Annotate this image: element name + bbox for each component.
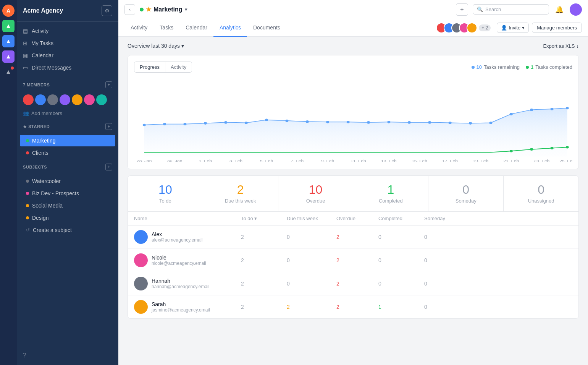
table-row: Sarah jasmine@acmeagency.email 2 2 2 1 0 <box>128 295 578 318</box>
svg-text:3. Feb: 3. Feb <box>229 159 242 163</box>
add-button[interactable]: + <box>456 3 468 16</box>
overview-period-dropdown[interactable]: Overview last 30 days ▾ <box>128 43 184 49</box>
dot <box>326 121 329 123</box>
tab-documents[interactable]: Documents <box>247 19 286 37</box>
green-dot <box>551 147 554 149</box>
project-name: Marketing <box>153 6 183 13</box>
sidebar-item-marketing[interactable]: Marketing <box>20 135 115 146</box>
activity-icon: ▤ <box>23 28 28 34</box>
member-avatar-3 <box>47 94 58 105</box>
table-row: Alex alex@acmeagency.email 2 0 2 0 0 <box>128 225 578 249</box>
svg-text:5. Feb: 5. Feb <box>260 159 273 163</box>
settings-button[interactable]: ⚙ <box>102 5 112 16</box>
tab-analytics[interactable]: Analytics <box>213 19 247 37</box>
sidebar-item-direct-messages[interactable]: ▭ Direct Messages <box>17 62 118 74</box>
chart-tab-activity[interactable]: Activity <box>165 62 192 72</box>
legend-remaining: 10 Tasks remaining <box>472 64 520 70</box>
col-completed: Completed <box>378 216 424 221</box>
user-cell-sarah: Sarah jasmine@acmeagency.email <box>134 300 241 314</box>
back-button[interactable]: ‹ <box>124 4 135 15</box>
avatar-hannah <box>134 277 148 290</box>
sidebar-item-calendar[interactable]: ▦ Calendar <box>17 49 118 62</box>
add-members-button[interactable]: 👥 Add members <box>17 108 118 118</box>
user-avatar[interactable] <box>570 3 582 16</box>
icon-bar: A ▲ ▲ ▲ ▲ <box>0 0 17 365</box>
icon-bar-home[interactable]: ▲ <box>2 20 15 32</box>
member-count-badge: + 2 <box>479 24 491 31</box>
search-box[interactable]: 🔍 Search <box>473 4 549 15</box>
manage-members-button[interactable]: Manage members <box>532 23 582 33</box>
add-member-icon[interactable]: + <box>105 81 112 88</box>
stat-due-week: 2 Due this week <box>203 176 278 211</box>
add-subject-icon[interactable]: + <box>105 164 112 170</box>
dot <box>510 113 513 115</box>
project-header: ★ Marketing ▾ <box>140 6 187 13</box>
sidebar-item-clients[interactable]: Clients <box>20 147 115 159</box>
calendar-icon: ▦ <box>23 52 28 58</box>
create-subject-button[interactable]: ↺ Create a subject <box>20 224 115 236</box>
member-avatar-2 <box>35 94 46 105</box>
content-area: Overview last 30 days ▾ Export as XLS ↓ … <box>118 37 588 365</box>
dot <box>285 120 288 122</box>
icon-bar-analytics[interactable]: ▲ <box>2 50 15 63</box>
table-row: Nicole nicole@acmeagency.email 2 0 2 0 0 <box>128 249 578 272</box>
biz-dev-dot <box>26 192 29 195</box>
svg-text:9. Feb: 9. Feb <box>321 159 334 163</box>
col-due-week: Due this week <box>287 216 336 221</box>
stat-overdue-number: 10 <box>284 183 347 196</box>
tab-activity[interactable]: Activity <box>124 19 153 37</box>
svg-text:23. Feb: 23. Feb <box>534 159 550 163</box>
social-media-dot <box>26 204 29 207</box>
stat-unassigned-number: 0 <box>510 183 572 196</box>
avatar-nicole <box>134 253 148 267</box>
members-section: 7 MEMBERS + <box>17 77 118 93</box>
dot <box>551 108 554 110</box>
export-button[interactable]: Export as XLS ↓ <box>543 43 579 49</box>
dot <box>224 121 227 124</box>
dot <box>183 123 186 126</box>
dot <box>469 122 472 125</box>
stats-card: 10 To do 2 Due this week 10 Overdue 1 Co… <box>128 175 579 319</box>
period-chevron-icon: ▾ <box>181 43 184 49</box>
stat-completed-label: Completed <box>359 198 422 204</box>
sidebar-item-activity[interactable]: ▤ Activity <box>17 25 118 37</box>
member-avatar-5 <box>72 94 82 105</box>
green-dot <box>530 148 533 151</box>
invite-icon: 👤 <box>501 25 507 31</box>
chart-tab-progress[interactable]: Progress <box>134 62 165 72</box>
sidebar-item-biz-dev[interactable]: Biz Dev - Prospects <box>20 188 115 199</box>
dot <box>265 119 268 122</box>
sidebar-item-design[interactable]: Design <box>20 212 115 224</box>
messages-icon: ▭ <box>23 65 28 71</box>
sidebar-nav: ▤ Activity ⊞ My Tasks ▦ Calendar ▭ Direc… <box>17 22 118 77</box>
user-info-hannah: Hannah hannah@acmeagency.email <box>152 278 209 289</box>
marketing-dot <box>26 139 29 142</box>
icon-bar-notifications[interactable]: ▲ <box>2 66 15 78</box>
sidebar-item-my-tasks[interactable]: ⊞ My Tasks <box>17 37 118 49</box>
sidebar-item-watercooler[interactable]: Watercooler <box>20 175 115 187</box>
dot <box>428 121 431 124</box>
search-icon: 🔍 <box>477 6 483 12</box>
app-logo[interactable]: A <box>2 5 15 17</box>
chart-area: 28. Jan 30. Jan 1. Feb 3. Feb 5. Feb 7. … <box>134 79 572 163</box>
sidebar-item-social-media[interactable]: Social Media <box>20 200 115 211</box>
stat-due-week-number: 2 <box>209 183 272 196</box>
stat-someday-number: 0 <box>435 183 497 196</box>
dot <box>347 121 350 123</box>
starred-section: ★ STARRED + <box>17 118 118 135</box>
subjects-header: SUBJECTS + <box>23 164 112 170</box>
add-starred-icon[interactable]: + <box>105 123 112 130</box>
invite-button[interactable]: 👤 Invite ▾ <box>497 23 529 33</box>
sidebar-footer: ? <box>17 346 118 365</box>
bell-icon[interactable]: 🔔 <box>554 5 565 14</box>
svg-text:11. Feb: 11. Feb <box>351 159 366 163</box>
star-icon: ★ <box>146 6 151 13</box>
tab-calendar[interactable]: Calendar <box>179 19 213 37</box>
main-area: ‹ ★ Marketing ▾ + 🔍 Search 🔔 Activity Ta… <box>118 0 588 365</box>
icon-bar-projects[interactable]: ▲ <box>2 35 15 47</box>
tab-tasks[interactable]: Tasks <box>153 19 179 37</box>
stat-unassigned: 0 Unassigned <box>504 176 578 211</box>
members-row <box>17 93 118 108</box>
download-icon: ↓ <box>577 43 579 49</box>
invite-chevron: ▾ <box>522 25 525 31</box>
